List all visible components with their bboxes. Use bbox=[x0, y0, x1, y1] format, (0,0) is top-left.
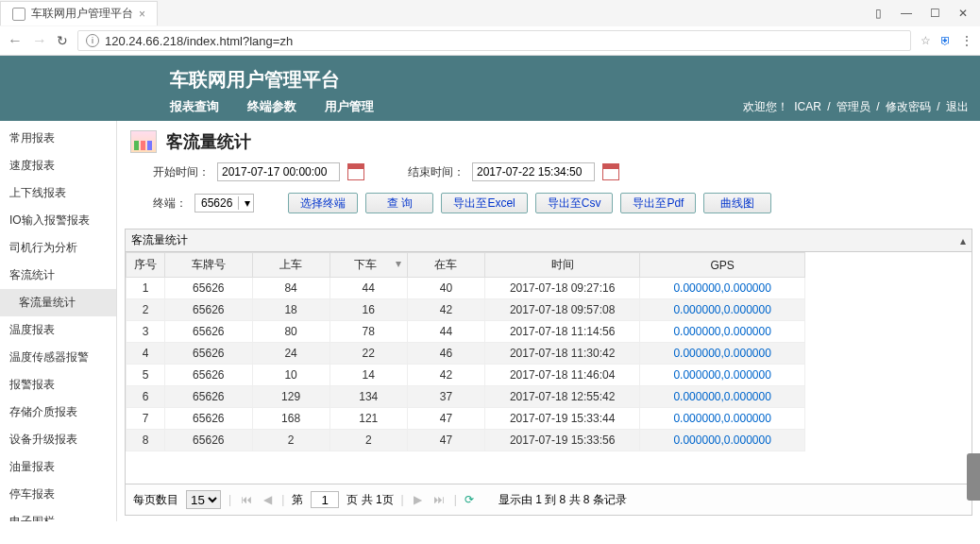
page-input[interactable] bbox=[311, 491, 339, 508]
cell-gps[interactable]: 0.000000,0.000000 bbox=[640, 321, 805, 343]
cell-time: 2017-07-18 09:27:16 bbox=[484, 278, 639, 299]
url-input[interactable]: i 120.24.66.218/index.html?lang=zh bbox=[77, 30, 911, 51]
nav-terminal-params[interactable]: 终端参数 bbox=[247, 98, 296, 115]
sidebar-item[interactable]: 停车报表 bbox=[0, 481, 116, 508]
export-csv-button[interactable]: 导出至Csv bbox=[535, 193, 614, 213]
sidebar-item[interactable]: 速度报表 bbox=[0, 152, 116, 179]
header-right: 欢迎您！ ICAR / 管理员 / 修改密码 / 退出 bbox=[740, 99, 969, 115]
cell-plate: 65626 bbox=[165, 408, 252, 430]
cell-time: 2017-07-18 09:57:08 bbox=[484, 299, 639, 321]
column-header[interactable]: 序号 bbox=[127, 253, 165, 278]
minimize-icon[interactable]: — bbox=[901, 7, 912, 20]
export-excel-button[interactable]: 导出至Excel bbox=[441, 193, 527, 213]
sidebar-item[interactable]: 客流量统计 bbox=[0, 289, 116, 316]
cell-plate: 65626 bbox=[165, 278, 252, 299]
reload-icon[interactable]: ↻ bbox=[57, 33, 68, 48]
sidebar-item[interactable]: 温度传感器报警 bbox=[0, 344, 116, 371]
cell-idx: 8 bbox=[127, 430, 165, 451]
nav-reports[interactable]: 报表查询 bbox=[170, 98, 219, 115]
role-link[interactable]: 管理员 bbox=[836, 100, 870, 113]
user-icon[interactable]: ▯ bbox=[872, 7, 884, 20]
sidebar-item[interactable]: 常用报表 bbox=[0, 125, 116, 152]
cell-plate: 65626 bbox=[165, 365, 252, 386]
browser-tab[interactable]: 车联网用户管理平台 × bbox=[0, 1, 158, 26]
column-header[interactable]: GPS bbox=[640, 253, 805, 278]
table-row[interactable]: 86562622472017-07-19 15:33:560.000000,0.… bbox=[127, 430, 805, 451]
data-grid: 客流量统计 ▴ 序号车牌号上车下车▾在车时间GPS 16562684444020… bbox=[125, 229, 972, 516]
change-password-link[interactable]: 修改密码 bbox=[886, 100, 931, 113]
column-header[interactable]: 车牌号 bbox=[165, 253, 252, 278]
sidebar-item[interactable]: IO输入报警报表 bbox=[0, 207, 116, 234]
feedback-handle[interactable] bbox=[967, 453, 980, 501]
grid-title: 客流量统计 bbox=[131, 232, 188, 248]
start-time-input[interactable] bbox=[217, 162, 340, 181]
table-row[interactable]: 1656268444402017-07-18 09:27:160.000000,… bbox=[127, 278, 805, 299]
table-row[interactable]: 4656262422462017-07-18 11:30:420.000000,… bbox=[127, 343, 805, 365]
refresh-icon[interactable]: ⟳ bbox=[465, 493, 474, 506]
maximize-icon[interactable]: ☐ bbox=[929, 7, 940, 20]
sidebar: 常用报表速度报表上下线报表IO输入报警报表司机行为分析客流统计客流量统计温度报表… bbox=[0, 121, 117, 521]
browser-chrome: 车联网用户管理平台 × ▯ — ☐ ✕ ← → ↻ i 120.24.66.21… bbox=[0, 0, 980, 56]
query-button[interactable]: 查 询 bbox=[365, 193, 433, 213]
sidebar-item[interactable]: 存储介质报表 bbox=[0, 399, 116, 426]
forward-icon: → bbox=[32, 32, 47, 49]
app-header: 车联网用户管理平台 报表查询 终端参数 用户管理 欢迎您！ ICAR / 管理员… bbox=[0, 56, 980, 121]
logout-link[interactable]: 退出 bbox=[946, 100, 969, 113]
nav-user-mgmt[interactable]: 用户管理 bbox=[325, 98, 374, 115]
column-header[interactable]: 上车 bbox=[252, 253, 329, 278]
cell-off: 121 bbox=[329, 408, 407, 430]
sidebar-item[interactable]: 上下线报表 bbox=[0, 179, 116, 207]
cell-idx: 3 bbox=[127, 321, 165, 343]
table-row[interactable]: 665626129134372017-07-18 12:55:420.00000… bbox=[127, 386, 805, 408]
sidebar-item[interactable]: 温度报表 bbox=[0, 316, 116, 344]
cell-gps[interactable]: 0.000000,0.000000 bbox=[640, 430, 805, 451]
select-terminal-button[interactable]: 选择终端 bbox=[288, 193, 358, 213]
cell-gps[interactable]: 0.000000,0.000000 bbox=[640, 299, 805, 321]
shield-icon[interactable]: ⛨ bbox=[940, 34, 952, 47]
terminal-select[interactable]: 65626 ▾ bbox=[194, 194, 254, 212]
table-row[interactable]: 3656268078442017-07-18 11:14:560.000000,… bbox=[127, 321, 805, 343]
export-pdf-button[interactable]: 导出至Pdf bbox=[620, 193, 696, 213]
bookmark-icon[interactable]: ☆ bbox=[921, 34, 931, 47]
browser-menu-icon[interactable]: ⋮ bbox=[961, 34, 972, 47]
cell-in: 42 bbox=[407, 365, 484, 386]
calendar-icon[interactable] bbox=[347, 163, 364, 180]
end-time-input[interactable] bbox=[472, 162, 595, 181]
chart-button[interactable]: 曲线图 bbox=[703, 193, 771, 213]
calendar-icon[interactable] bbox=[602, 163, 619, 180]
site-info-icon[interactable]: i bbox=[86, 34, 99, 47]
sidebar-item[interactable]: 客流统计 bbox=[0, 262, 116, 289]
per-page-select[interactable]: 15 bbox=[186, 490, 221, 509]
terminal-label: 终端： bbox=[153, 196, 187, 212]
cell-gps[interactable]: 0.000000,0.000000 bbox=[640, 408, 805, 430]
sidebar-item[interactable]: 司机行为分析 bbox=[0, 234, 116, 262]
cell-plate: 65626 bbox=[165, 321, 252, 343]
welcome-text: 欢迎您！ bbox=[743, 100, 788, 113]
back-icon[interactable]: ← bbox=[8, 32, 23, 49]
collapse-icon[interactable]: ▴ bbox=[960, 234, 966, 247]
cell-gps[interactable]: 0.000000,0.000000 bbox=[640, 386, 805, 408]
sidebar-item[interactable]: 报警报表 bbox=[0, 371, 116, 399]
sidebar-item[interactable]: 油量报表 bbox=[0, 453, 116, 481]
end-time-label: 结束时间： bbox=[408, 164, 465, 180]
cell-gps[interactable]: 0.000000,0.000000 bbox=[640, 365, 805, 386]
column-header[interactable]: 在车 bbox=[407, 253, 484, 278]
table-row[interactable]: 2656261816422017-07-18 09:57:080.000000,… bbox=[127, 299, 805, 321]
cell-gps[interactable]: 0.000000,0.000000 bbox=[640, 343, 805, 365]
column-header[interactable]: 时间 bbox=[484, 253, 639, 278]
sidebar-item[interactable]: 电子围栏 bbox=[0, 508, 116, 521]
chevron-down-icon[interactable]: ▾ bbox=[238, 196, 253, 210]
column-header[interactable]: 下车▾ bbox=[329, 253, 407, 278]
close-tab-icon[interactable]: × bbox=[139, 8, 145, 21]
user-link[interactable]: ICAR bbox=[794, 100, 821, 113]
cell-gps[interactable]: 0.000000,0.000000 bbox=[640, 278, 805, 299]
page-title: 客流量统计 bbox=[166, 130, 251, 153]
table-row[interactable]: 765626168121472017-07-19 15:33:440.00000… bbox=[127, 408, 805, 430]
cell-idx: 5 bbox=[127, 365, 165, 386]
per-page-label: 每页数目 bbox=[133, 492, 178, 508]
next-page-icon: ▶ bbox=[412, 493, 424, 506]
sidebar-item[interactable]: 设备升级报表 bbox=[0, 426, 116, 453]
tab-title: 车联网用户管理平台 bbox=[31, 6, 133, 22]
close-window-icon[interactable]: ✕ bbox=[957, 7, 969, 20]
table-row[interactable]: 5656261014422017-07-18 11:46:040.000000,… bbox=[127, 365, 805, 386]
